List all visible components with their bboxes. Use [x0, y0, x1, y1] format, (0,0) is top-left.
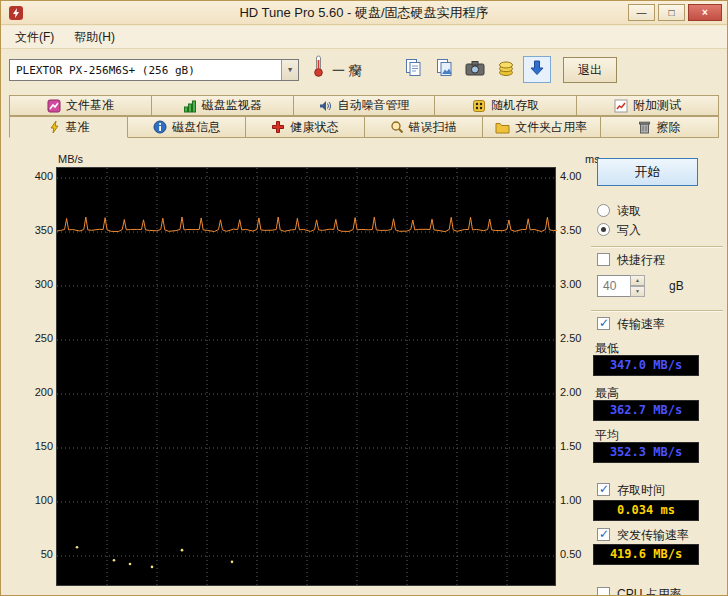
copy-image-button[interactable]: [430, 56, 458, 83]
access-time-checkbox[interactable]: [597, 483, 610, 496]
spin-down-button[interactable]: ▼: [630, 286, 645, 297]
tab-label: 文件夹占用率: [515, 119, 587, 136]
max-value: 362.7 MB/s: [593, 400, 699, 421]
tab-label: 错误扫描: [409, 119, 457, 136]
y-axis-tick-left: 300: [23, 278, 53, 290]
screenshot-icon: [465, 59, 485, 81]
folder-usage-icon: [495, 121, 510, 134]
menu-bar: 文件(F)帮助(H): [1, 26, 727, 49]
avg-value: 352.3 MB/s: [593, 442, 699, 463]
short-stroke-unit: gB: [669, 279, 684, 293]
titlebar: HD Tune Pro 5.60 - 硬盘/固态硬盘实用程序 — □ ×: [1, 1, 727, 25]
spinner: ▲ ▼: [630, 275, 645, 297]
hdtune-window: HD Tune Pro 5.60 - 硬盘/固态硬盘实用程序 — □ × 文件(…: [0, 0, 728, 596]
y-axis-tick-left: 100: [23, 494, 53, 506]
y-axis-tick-right: 0.50: [560, 548, 594, 560]
separator: [591, 246, 723, 248]
tab-extra-tests[interactable]: 附加测试: [577, 95, 719, 116]
disk-monitor-icon: [183, 99, 197, 113]
tab-auto-acoustic[interactable]: 自动噪音管理: [294, 95, 436, 116]
tab-label: 随机存取: [491, 97, 539, 114]
copy-text-icon: [404, 58, 423, 81]
y-axis-tick-left: 50: [23, 548, 53, 560]
temperature-display: 一 癵: [332, 62, 362, 80]
short-stroke-input[interactable]: 40 ▲ ▼: [597, 275, 645, 297]
tab-file-benchmark[interactable]: 文件基准: [9, 95, 152, 116]
y-axis-tick-right: 4.00: [560, 170, 594, 182]
y-axis-tick-right: 3.50: [560, 224, 594, 236]
save-results-icon: [497, 59, 515, 81]
spin-up-button[interactable]: ▲: [630, 275, 645, 286]
start-button[interactable]: 开始: [597, 158, 698, 186]
menu-help[interactable]: 帮助(H): [64, 26, 125, 49]
y-axis-unit-left: MB/s: [58, 153, 83, 165]
export-button[interactable]: [523, 56, 551, 83]
y-axis-tick-left: 350: [23, 224, 53, 236]
app-icon: [8, 5, 24, 21]
extra-tests-icon: [614, 99, 628, 113]
tab-error-scan[interactable]: 错误扫描: [365, 116, 483, 138]
tab-label: 磁盘监视器: [202, 97, 262, 114]
y-axis-tick-left: 400: [23, 170, 53, 182]
y-axis-tick-right: 3.00: [560, 278, 594, 290]
tab-label: 基准: [66, 119, 90, 136]
access-time-label: 存取时间: [617, 482, 665, 499]
tab-health[interactable]: 健康状态: [246, 116, 364, 138]
window-controls: — □ ×: [628, 4, 722, 21]
maximize-button[interactable]: □: [658, 4, 685, 21]
tab-folder-usage[interactable]: 文件夹占用率: [483, 116, 601, 138]
chevron-down-icon: ▼: [281, 60, 298, 80]
tab-benchmark[interactable]: 基准: [9, 116, 128, 138]
tab-disk-monitor[interactable]: 磁盘监视器: [152, 95, 294, 116]
speaker-icon: [318, 99, 332, 113]
tab-random-access[interactable]: 随机存取: [435, 95, 577, 116]
y-axis-tick-right: 2.00: [560, 386, 594, 398]
cpu-usage-label: CPU 占用率: [617, 586, 682, 596]
minimize-button[interactable]: —: [628, 4, 655, 21]
tab-label: 文件基准: [66, 97, 114, 114]
screenshot-button[interactable]: [461, 56, 489, 83]
window-title: HD Tune Pro 5.60 - 硬盘/固态硬盘实用程序: [1, 4, 727, 22]
burst-rate-checkbox[interactable]: [597, 528, 610, 541]
burst-rate-label: 突发传输速率: [617, 527, 689, 544]
erase-icon: [638, 120, 651, 134]
menu-file[interactable]: 文件(F): [5, 26, 64, 49]
error-scan-icon: [390, 120, 404, 134]
transfer-rate-label: 传输速率: [617, 316, 665, 333]
close-button[interactable]: ×: [688, 4, 722, 21]
disk-info-icon: [153, 120, 167, 134]
exit-button[interactable]: 退出: [563, 57, 617, 83]
transfer-rate-checkbox[interactable]: [597, 317, 610, 330]
read-radio[interactable]: [597, 204, 610, 217]
view-tab-row: 基准磁盘信息健康状态错误扫描文件夹占用率擦除: [9, 116, 719, 138]
toolbar-buttons: [399, 56, 551, 83]
cpu-usage-checkbox[interactable]: [597, 587, 610, 596]
tab-label: 附加测试: [633, 97, 681, 114]
save-results-button[interactable]: [492, 56, 520, 83]
write-radio[interactable]: [597, 223, 610, 236]
y-axis-tick-left: 200: [23, 386, 53, 398]
short-stroke-label: 快捷行程: [617, 252, 665, 269]
tab-disk-info[interactable]: 磁盘信息: [128, 116, 246, 138]
tab-label: 磁盘信息: [172, 119, 220, 136]
y-axis-tick-right: 2.50: [560, 332, 594, 344]
burst-rate-value: 419.6 MB/s: [593, 544, 699, 565]
y-axis-tick-left: 150: [23, 440, 53, 452]
copy-image-icon: [435, 58, 454, 81]
short-stroke-value: 40: [603, 279, 616, 293]
short-stroke-checkbox[interactable]: [597, 253, 610, 266]
access-time-value: 0.034 ms: [593, 500, 699, 521]
y-axis-tick-right: 1.50: [560, 440, 594, 452]
drive-select-value: PLEXTOR PX-256M6S+ (256 gB): [16, 64, 195, 77]
min-value: 347.0 MB/s: [593, 355, 699, 376]
thermometer-icon: [313, 55, 324, 81]
benchmark-icon: [48, 120, 61, 134]
drive-select[interactable]: PLEXTOR PX-256M6S+ (256 gB) ▼: [9, 59, 299, 81]
read-radio-label: 读取: [617, 203, 641, 220]
tab-label: 擦除: [656, 119, 680, 136]
tab-erase[interactable]: 擦除: [601, 116, 719, 138]
y-axis-tick-right: 1.00: [560, 494, 594, 506]
copy-text-button[interactable]: [399, 56, 427, 83]
feature-tab-row: 文件基准磁盘监视器自动噪音管理随机存取附加测试: [9, 95, 719, 116]
tab-label: 自动噪音管理: [337, 97, 409, 114]
